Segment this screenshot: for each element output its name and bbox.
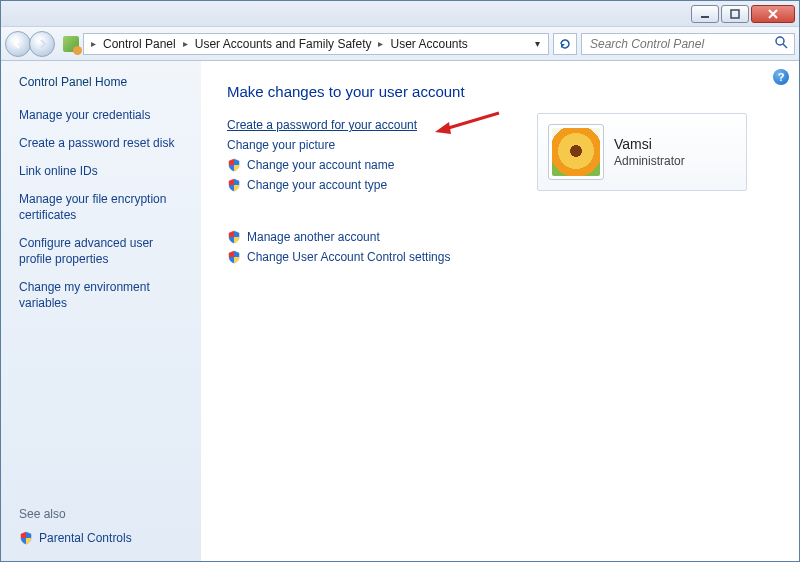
breadcrumb-seg-1[interactable]: Control Panel [101,37,178,51]
minimize-icon [700,9,710,19]
avatar[interactable] [548,124,604,180]
svg-line-3 [783,44,787,48]
back-arrow-icon [12,38,24,50]
breadcrumb-dropdown-icon[interactable]: ▾ [531,38,544,49]
task-change-uac-settings[interactable]: Change User Account Control settings [227,250,781,264]
task-link-label[interactable]: Change your account type [247,178,387,192]
search-icon[interactable] [774,35,788,52]
see-also-heading: See also [19,507,189,521]
nav-buttons [5,31,55,57]
task-link-label[interactable]: Change your picture [227,138,335,152]
toolbar: ▸ Control Panel ▸ User Accounts and Fami… [1,27,799,61]
back-button[interactable] [5,31,31,57]
breadcrumb-seg-3[interactable]: User Accounts [388,37,469,51]
chevron-right-icon: ▸ [88,38,99,49]
sidebar-link-credentials[interactable]: Manage your credentials [19,107,189,123]
control-panel-home-link[interactable]: Control Panel Home [19,75,189,89]
sidebar-link-online-ids[interactable]: Link online IDs [19,163,189,179]
shield-icon [227,158,241,172]
sidebar-link-password-reset-disk[interactable]: Create a password reset disk [19,135,189,151]
shield-icon [19,531,33,545]
search-box[interactable] [581,33,795,55]
breadcrumb[interactable]: ▸ Control Panel ▸ User Accounts and Fami… [83,33,549,55]
breadcrumb-seg-2[interactable]: User Accounts and Family Safety [193,37,374,51]
search-input[interactable] [588,36,758,52]
shield-icon [227,178,241,192]
sidebar-link-profile-properties[interactable]: Configure advanced user profile properti… [19,235,189,267]
account-role: Administrator [614,154,685,168]
task-link-label[interactable]: Change User Account Control settings [247,250,450,264]
page-heading: Make changes to your user account [227,83,781,100]
maximize-icon [730,9,740,19]
shield-icon [227,250,241,264]
sidebar: Control Panel Home Manage your credentia… [1,61,201,561]
refresh-button[interactable] [553,33,577,55]
chevron-right-icon: ▸ [180,38,191,49]
titlebar [1,1,799,27]
help-icon[interactable]: ? [773,69,789,85]
task-link-label[interactable]: Manage another account [247,230,380,244]
body: Control Panel Home Manage your credentia… [1,61,799,561]
refresh-icon [558,37,572,51]
user-accounts-window: ▸ Control Panel ▸ User Accounts and Fami… [0,0,800,562]
minimize-button[interactable] [691,5,719,23]
avatar-image [552,128,600,176]
close-button[interactable] [751,5,795,23]
account-text: Vamsi Administrator [614,136,685,168]
forward-arrow-icon [36,38,48,50]
shield-icon [227,230,241,244]
task-manage-another-account[interactable]: Manage another account [227,230,781,244]
close-icon [767,9,779,19]
main-content: ? Make changes to your user account Crea… [201,61,799,561]
sidebar-link-env-vars[interactable]: Change my environment variables [19,279,189,311]
svg-point-2 [776,37,784,45]
sidebar-link-encryption-certs[interactable]: Manage your file encryption certificates [19,191,189,223]
parental-controls-label: Parental Controls [39,531,132,545]
svg-rect-1 [731,10,739,18]
parental-controls-link[interactable]: Parental Controls [19,531,189,545]
task-link-label[interactable]: Create a password for your account [227,118,417,132]
task-link-label[interactable]: Change your account name [247,158,394,172]
svg-rect-0 [701,16,709,18]
forward-button[interactable] [29,31,55,57]
control-panel-icon [63,36,79,52]
chevron-right-icon: ▸ [375,38,386,49]
account-card: Vamsi Administrator [537,113,747,191]
account-name: Vamsi [614,136,685,152]
maximize-button[interactable] [721,5,749,23]
